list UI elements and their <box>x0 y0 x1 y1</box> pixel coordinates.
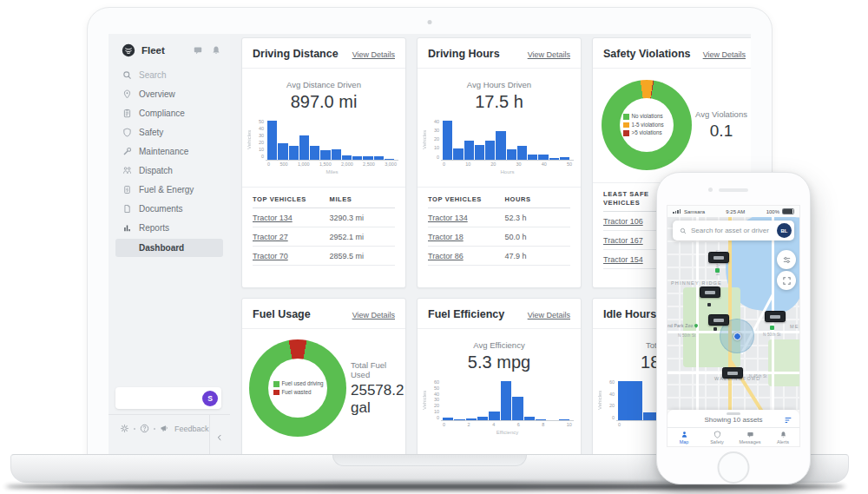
sidebar-item-dashboard-active[interactable]: Dashboard <box>115 239 223 257</box>
bell-icon[interactable] <box>211 45 221 56</box>
x-axis-ticks: 0246810 <box>441 421 574 428</box>
view-details-link[interactable]: View Details <box>352 50 395 59</box>
histogram-bar <box>352 156 362 160</box>
y-axis-ticks: 6040200 <box>605 380 616 420</box>
view-details-link[interactable]: View Details <box>528 50 570 59</box>
vehicle-marker[interactable] <box>700 287 720 298</box>
histogram-plot <box>441 380 574 421</box>
sidebar-item-reports[interactable]: Reports <box>108 218 230 237</box>
vehicle-marker[interactable] <box>722 367 743 379</box>
table-row: Tractor 272952.1 mi <box>253 227 395 247</box>
driving-distance-histogram: Vehicles5040302010005001,0001,5002,0002,… <box>247 120 398 177</box>
metric-value: 17.5 h <box>418 92 581 112</box>
sidebar-item-fuel-energy[interactable]: Fuel & Energy <box>108 180 230 199</box>
street-label: N 45th St <box>749 374 767 379</box>
map-expand-button[interactable] <box>777 271 796 290</box>
sidebar-item-dispatch[interactable]: Dispatch <box>108 161 230 180</box>
battery-percent: 100% <box>766 209 779 214</box>
clock-label: 9:25 AM <box>726 209 745 214</box>
y-axis-label: Vehicles <box>422 120 430 160</box>
tab-messages[interactable]: Messages <box>733 428 766 446</box>
card-fuel-efficiency: Fuel EfficiencyView Details Avg Efficien… <box>417 298 582 454</box>
sidebar-item-safety[interactable]: Safety <box>108 122 230 142</box>
table-row: Tractor 8647.9 h <box>428 247 570 266</box>
map-filter-button[interactable] <box>777 250 796 269</box>
sidebar-item-search[interactable]: Search <box>108 65 230 84</box>
vehicle-marker[interactable] <box>765 311 786 322</box>
sidebar-item-maintenance[interactable]: Maintenance <box>108 142 230 161</box>
tab-map[interactable]: Map <box>667 428 700 446</box>
home-button[interactable] <box>718 451 750 484</box>
sliders-icon <box>782 255 792 265</box>
sidebar-item-compliance[interactable]: Compliance <box>108 103 230 122</box>
sort-icon[interactable] <box>784 416 792 425</box>
map-view[interactable]: PHINNEY RIDGE WALLINGFORD MER nd Park Zo… <box>667 217 799 410</box>
search-placeholder: Search for asset or driver <box>691 227 777 234</box>
tab-safety[interactable]: Safety <box>700 428 733 446</box>
map-person-icon <box>681 431 688 438</box>
separator-dot <box>134 428 135 430</box>
chat-icon <box>746 431 754 438</box>
chevron-left-icon <box>215 433 224 442</box>
user-avatar[interactable]: S <box>202 391 218 406</box>
area-label: PHINNEY RIDGE <box>671 280 722 286</box>
histogram-bar <box>278 143 287 160</box>
vehicle-link[interactable]: Tractor 70 <box>253 252 330 260</box>
megaphone-icon[interactable] <box>160 424 169 433</box>
view-details-link[interactable]: View Details <box>352 311 395 319</box>
sidebar-search-input[interactable]: S <box>115 387 221 409</box>
histogram-bar <box>559 419 569 420</box>
legend-swatch <box>623 114 629 120</box>
histogram-bar <box>501 381 511 420</box>
legend-swatch <box>623 122 629 128</box>
histogram-bar <box>489 412 499 420</box>
asset-search-bar[interactable]: Search for asset or driver BL <box>673 221 794 240</box>
histogram-bar <box>374 156 384 160</box>
street-label: N 50th St <box>763 333 781 337</box>
x-axis-label: Efficiency <box>441 430 574 435</box>
x-axis-ticks: 01020304050 <box>441 161 574 168</box>
tab-alerts[interactable]: Alerts <box>766 428 799 446</box>
chat-icon[interactable] <box>193 45 203 56</box>
histogram-bar <box>560 157 569 160</box>
sidebar-item-documents[interactable]: Documents <box>108 199 230 218</box>
driving-hours-histogram: Vehicles40302010001020304050Hours <box>422 120 574 177</box>
poi-marker <box>770 326 774 330</box>
histogram-bar <box>485 141 495 160</box>
table-row: Tractor 702859.5 mi <box>253 247 395 266</box>
metric-value: 0.1 <box>692 122 751 141</box>
laptop-notch <box>332 455 527 466</box>
vehicle-marker[interactable] <box>708 252 729 263</box>
metric-label: Avg Efficiency <box>418 340 581 350</box>
legend-swatch <box>273 390 279 396</box>
card-fuel-usage: Fuel UsageView Details Fuel used driving… <box>241 298 406 454</box>
card-title: Driving Distance <box>253 48 339 60</box>
help-icon[interactable] <box>140 424 149 433</box>
gear-icon[interactable] <box>120 424 129 433</box>
metric-label: Avg Violations <box>692 109 751 119</box>
vehicle-link[interactable]: Tractor 86 <box>428 252 505 260</box>
card-driving-hours: Driving HoursView Details Avg Hours Driv… <box>417 37 582 288</box>
histogram-bar <box>299 135 309 160</box>
donut-legend: Fuel used driving Fuel wasted <box>249 339 346 437</box>
histogram-bar <box>342 155 352 160</box>
histogram-bar <box>477 417 488 420</box>
separator-dot <box>154 428 155 430</box>
view-details-link[interactable]: View Details <box>703 50 746 59</box>
vehicle-link[interactable]: Tractor 18 <box>428 233 505 241</box>
card-title: Fuel Usage <box>253 308 311 320</box>
assets-count-label: Showing 10 assets <box>704 416 762 424</box>
phone-avatar[interactable]: BL <box>777 223 792 238</box>
vehicle-link[interactable]: Tractor 134 <box>253 214 330 222</box>
vehicle-link[interactable]: Tractor 134 <box>428 214 505 222</box>
vehicle-marker[interactable] <box>708 314 729 326</box>
table-row: Tractor 1343290.3 mi <box>253 208 395 227</box>
view-details-link[interactable]: View Details <box>528 311 570 319</box>
histogram-bar <box>549 158 559 160</box>
collapse-sidebar-button[interactable] <box>209 415 230 454</box>
feedback-link[interactable]: Feedback <box>174 425 209 433</box>
sidebar-item-overview[interactable]: Overview <box>108 84 230 103</box>
poi-marker <box>713 327 717 331</box>
vehicle-link[interactable]: Tractor 27 <box>253 233 330 241</box>
histogram-plot <box>441 120 574 161</box>
